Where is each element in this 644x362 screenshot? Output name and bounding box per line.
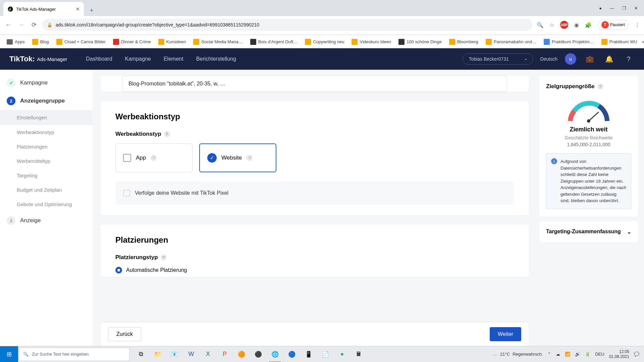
user-avatar[interactable]: u xyxy=(565,53,576,65)
edge-icon[interactable]: 🔵 xyxy=(284,346,300,362)
lock-icon: 🔒 xyxy=(47,22,52,27)
weather-desc: Regenwahrsch. xyxy=(513,352,543,357)
tray-chevron-icon[interactable]: ⌃ xyxy=(547,352,551,357)
address-bar[interactable]: 🔒 ads.tiktok.com/i18n/campaign/ad-group/… xyxy=(42,19,533,31)
bookmarks-bar: Apps Blog Cload + Canva Bilder Dinner & … xyxy=(0,35,644,48)
minimize-icon[interactable]: — xyxy=(610,6,614,11)
option-website[interactable]: ✓ Website ? xyxy=(199,143,276,172)
targeting-summary-card[interactable]: Targeting-Zusammenfassung ⌄ xyxy=(539,221,638,242)
sidebar-item-targeting[interactable]: Targeting xyxy=(0,168,93,183)
pixel-label: Verfolge deine Website mit TikTok Pixel xyxy=(135,190,228,196)
weather-widget[interactable]: ☁️ 21°C Regenwahrsch. xyxy=(492,352,543,357)
abp-extension-icon[interactable]: ABP xyxy=(560,21,568,29)
bookmark-item[interactable]: Panoramabahn und… xyxy=(483,38,539,46)
bookmark-item[interactable]: Copywriting neu xyxy=(302,38,347,46)
bookmark-item[interactable]: Blog xyxy=(30,38,52,46)
pixel-checkbox[interactable] xyxy=(123,190,130,196)
apps-bookmark[interactable]: Apps xyxy=(4,38,28,46)
windows-start-button[interactable]: ⊞ xyxy=(0,346,18,362)
bookmark-item[interactable]: 100 schöne Dinge xyxy=(396,38,444,46)
help-icon[interactable]: ? xyxy=(623,53,635,65)
help-icon[interactable]: ? xyxy=(164,131,170,137)
bookmark-item[interactable]: Bloomberg xyxy=(446,38,481,46)
profile-paused-badge[interactable]: T Pausiert xyxy=(598,20,629,30)
bookmark-item[interactable]: Kursideen xyxy=(156,38,189,46)
sidebar-item-settings[interactable]: Einstellungen xyxy=(0,110,93,125)
extensions-puzzle-icon[interactable]: 🧩 xyxy=(585,22,592,28)
calculator-icon[interactable]: 🖩 xyxy=(351,346,367,362)
bookmark-item[interactable]: Dinner & Crime xyxy=(110,38,154,46)
bookmark-item[interactable]: Bois d'Argent Duft… xyxy=(248,38,300,46)
bookmark-item[interactable]: Praktikum Projektm… xyxy=(541,38,597,46)
tiktok-ads-logo[interactable]: TikTok: Ads-Manager xyxy=(9,55,67,63)
summary-title: Targeting-Zusammenfassung xyxy=(546,229,621,235)
wifi-icon[interactable]: 📶 xyxy=(565,352,570,357)
star-icon[interactable]: ☆ xyxy=(549,22,554,28)
step-campaign[interactable]: ✓ Kampagne xyxy=(0,74,93,92)
kebab-menu-icon[interactable]: ⋮ xyxy=(635,22,640,28)
nav-campaign[interactable]: Kampagne xyxy=(125,56,151,62)
promotion-type-card: Werbeaktionstyp Werbeaktionstyp ? App ? … xyxy=(101,101,529,215)
extension-icon[interactable]: ◉ xyxy=(574,22,579,28)
task-view-icon[interactable]: ⧉ xyxy=(133,346,149,362)
sidebar-item-placements[interactable]: Platzierungen xyxy=(0,139,93,154)
zoom-icon[interactable]: 🔍 xyxy=(537,22,543,28)
spotify-icon[interactable]: ● xyxy=(334,346,350,362)
svg-line-1 xyxy=(589,112,599,121)
nav-element[interactable]: Element xyxy=(164,56,183,62)
battery-icon[interactable]: 🔋 xyxy=(585,352,590,357)
radio-on-icon xyxy=(115,267,122,274)
help-icon[interactable]: ? xyxy=(161,254,167,260)
account-dropdown[interactable]: Tobias Becker0731 xyxy=(463,53,533,65)
browser-tab[interactable]: TikTok Ads-Manager ✕ xyxy=(3,2,84,16)
language-selector[interactable]: Deutsch xyxy=(540,56,557,62)
close-tab-icon[interactable]: ✕ xyxy=(76,6,80,12)
language-indicator[interactable]: DEU xyxy=(595,352,604,357)
mail-icon[interactable]: 📧 xyxy=(166,346,182,362)
windows-search-input[interactable]: 🔍 Zur Suche Text hier eingeben xyxy=(19,348,129,361)
nav-dashboard[interactable]: Dashboard xyxy=(86,56,112,62)
volume-icon[interactable]: 🔊 xyxy=(575,352,580,357)
adgroup-name-input[interactable]: Blog-Promotion "tobitalk.at", 20-35, w, … xyxy=(122,76,507,92)
app-icon[interactable]: 🟠 xyxy=(233,346,250,362)
word-icon[interactable]: W xyxy=(183,346,199,362)
briefcase-icon[interactable]: 💼 xyxy=(584,53,596,65)
bookmark-item[interactable]: Cload + Canva Bilder xyxy=(54,38,108,46)
obs-icon[interactable]: ⚫ xyxy=(250,346,266,362)
sidebar-item-creative-type[interactable]: Werbemitteltyp xyxy=(0,154,93,168)
step-ad[interactable]: 3 Anzeige xyxy=(0,212,93,230)
reload-button[interactable]: ⟳ xyxy=(30,20,38,29)
excel-icon[interactable]: X xyxy=(200,346,216,362)
bookmark-item[interactable]: Praktikum WU xyxy=(599,38,640,46)
app-icon[interactable]: 📱 xyxy=(301,346,317,362)
onedrive-icon[interactable]: ☁ xyxy=(556,352,560,357)
bookmarks-overflow-icon[interactable]: » xyxy=(642,39,644,44)
file-explorer-icon[interactable]: 📁 xyxy=(150,346,166,362)
sidebar-item-budget[interactable]: Budget und Zeitplan xyxy=(0,183,93,197)
account-dot-icon[interactable]: ● xyxy=(599,6,602,11)
close-window-icon[interactable]: ✕ xyxy=(634,6,638,11)
help-icon[interactable]: ? xyxy=(247,155,253,161)
bell-icon[interactable]: 🔔 xyxy=(603,53,615,65)
bookmark-item[interactable]: Videokurs Ideen xyxy=(349,38,394,46)
maximize-icon[interactable]: ❐ xyxy=(622,6,626,11)
radio-auto-placement[interactable]: Automatische Platzierung xyxy=(115,267,514,274)
bookmark-item[interactable]: Social Media Mana… xyxy=(191,38,246,46)
option-app[interactable]: App ? xyxy=(115,143,193,172)
new-tab-button[interactable]: + xyxy=(86,5,97,16)
app-icon[interactable]: 📄 xyxy=(317,346,333,362)
back-button[interactable]: ← xyxy=(4,20,13,29)
help-icon[interactable]: ? xyxy=(597,83,603,89)
bookmark-favicon-icon xyxy=(544,39,550,45)
clock[interactable]: 12:05 01.08.2021 xyxy=(609,349,629,359)
powerpoint-icon[interactable]: P xyxy=(217,346,233,362)
help-icon[interactable]: ? xyxy=(151,155,157,161)
chrome-icon[interactable]: 🌐 xyxy=(267,346,283,362)
step-adgroup[interactable]: 2 Anzeigengruppe xyxy=(0,92,93,110)
sidebar-item-bids[interactable]: Gebote und Optimierung xyxy=(0,197,93,212)
nav-reporting[interactable]: Berichterstellung xyxy=(196,56,236,62)
back-button[interactable]: Zurück xyxy=(108,327,141,341)
next-button[interactable]: Weiter xyxy=(490,327,521,341)
sidebar-item-promotype[interactable]: Werbeaktionstyp xyxy=(0,125,93,139)
notifications-icon[interactable]: 💬 xyxy=(634,352,639,357)
